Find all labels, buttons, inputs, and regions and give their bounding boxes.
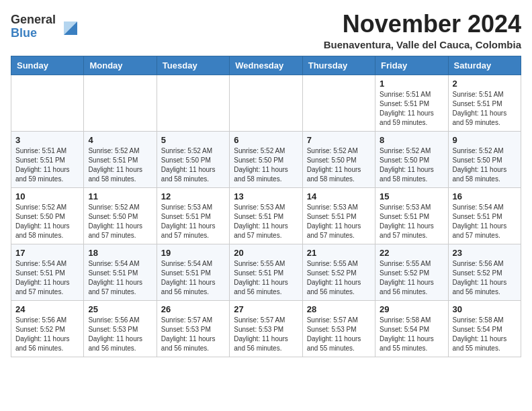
day-info: Sunrise: 5:54 AM Sunset: 5:51 PM Dayligh… xyxy=(15,259,79,297)
logo-blue: Blue xyxy=(11,26,37,40)
day-cell: 29Sunrise: 5:58 AM Sunset: 5:54 PM Dayli… xyxy=(375,300,448,357)
week-row-0: 1Sunrise: 5:51 AM Sunset: 5:51 PM Daylig… xyxy=(11,75,521,131)
day-cell: 18Sunrise: 5:54 AM Sunset: 5:51 PM Dayli… xyxy=(84,244,157,300)
day-number: 28 xyxy=(307,304,371,314)
day-info: Sunrise: 5:54 AM Sunset: 5:51 PM Dayligh… xyxy=(453,203,517,240)
header-cell-friday: Friday xyxy=(375,56,448,75)
day-number: 23 xyxy=(453,248,517,258)
day-cell: 10Sunrise: 5:52 AM Sunset: 5:50 PM Dayli… xyxy=(11,187,84,244)
day-cell: 21Sunrise: 5:55 AM Sunset: 5:52 PM Dayli… xyxy=(302,244,375,300)
calendar-body: 1Sunrise: 5:51 AM Sunset: 5:51 PM Daylig… xyxy=(11,75,521,357)
logo-icon xyxy=(58,16,80,38)
day-info: Sunrise: 5:52 AM Sunset: 5:51 PM Dayligh… xyxy=(88,146,152,184)
day-number: 11 xyxy=(88,191,152,201)
week-row-2: 10Sunrise: 5:52 AM Sunset: 5:50 PM Dayli… xyxy=(11,187,521,244)
day-number: 7 xyxy=(307,135,371,145)
title-area: November 2024 Buenaventura, Valle del Ca… xyxy=(324,11,521,50)
day-number: 14 xyxy=(307,191,371,201)
day-number: 19 xyxy=(161,248,225,258)
day-number: 8 xyxy=(380,135,443,145)
day-number: 29 xyxy=(380,304,443,314)
week-row-4: 24Sunrise: 5:56 AM Sunset: 5:52 PM Dayli… xyxy=(11,300,521,357)
day-number: 12 xyxy=(161,191,225,201)
calendar-table: SundayMondayTuesdayWednesdayThursdayFrid… xyxy=(11,56,521,357)
day-number: 13 xyxy=(234,191,298,201)
day-info: Sunrise: 5:52 AM Sunset: 5:50 PM Dayligh… xyxy=(453,146,517,184)
day-number: 24 xyxy=(15,304,79,314)
location: Buenaventura, Valle del Cauca, Colombia xyxy=(324,39,521,50)
day-cell: 13Sunrise: 5:53 AM Sunset: 5:51 PM Dayli… xyxy=(230,187,302,244)
header-cell-tuesday: Tuesday xyxy=(157,56,229,75)
day-cell: 11Sunrise: 5:52 AM Sunset: 5:50 PM Dayli… xyxy=(84,187,157,244)
day-number: 15 xyxy=(380,191,443,201)
day-number: 2 xyxy=(453,79,517,89)
day-info: Sunrise: 5:55 AM Sunset: 5:52 PM Dayligh… xyxy=(307,259,371,297)
day-cell: 1Sunrise: 5:51 AM Sunset: 5:51 PM Daylig… xyxy=(375,75,448,131)
day-cell: 23Sunrise: 5:56 AM Sunset: 5:52 PM Dayli… xyxy=(448,244,521,300)
day-cell: 9Sunrise: 5:52 AM Sunset: 5:50 PM Daylig… xyxy=(448,131,521,187)
day-info: Sunrise: 5:58 AM Sunset: 5:54 PM Dayligh… xyxy=(453,316,517,353)
day-info: Sunrise: 5:54 AM Sunset: 5:51 PM Dayligh… xyxy=(88,259,152,297)
header-cell-thursday: Thursday xyxy=(302,56,375,75)
day-info: Sunrise: 5:53 AM Sunset: 5:51 PM Dayligh… xyxy=(380,203,443,240)
day-cell: 28Sunrise: 5:57 AM Sunset: 5:53 PM Dayli… xyxy=(302,300,375,357)
day-cell: 8Sunrise: 5:52 AM Sunset: 5:50 PM Daylig… xyxy=(375,131,448,187)
day-cell: 30Sunrise: 5:58 AM Sunset: 5:54 PM Dayli… xyxy=(448,300,521,357)
day-info: Sunrise: 5:54 AM Sunset: 5:51 PM Dayligh… xyxy=(161,259,225,297)
day-info: Sunrise: 5:57 AM Sunset: 5:53 PM Dayligh… xyxy=(161,316,225,353)
week-row-1: 3Sunrise: 5:51 AM Sunset: 5:51 PM Daylig… xyxy=(11,131,521,187)
day-cell: 12Sunrise: 5:53 AM Sunset: 5:51 PM Dayli… xyxy=(157,187,229,244)
day-info: Sunrise: 5:53 AM Sunset: 5:51 PM Dayligh… xyxy=(161,203,225,240)
day-info: Sunrise: 5:51 AM Sunset: 5:51 PM Dayligh… xyxy=(380,90,443,128)
day-info: Sunrise: 5:52 AM Sunset: 5:50 PM Dayligh… xyxy=(234,146,298,184)
day-cell: 14Sunrise: 5:53 AM Sunset: 5:51 PM Dayli… xyxy=(302,187,375,244)
header-cell-sunday: Sunday xyxy=(11,56,84,75)
day-info: Sunrise: 5:52 AM Sunset: 5:50 PM Dayligh… xyxy=(307,146,371,184)
header-cell-saturday: Saturday xyxy=(448,56,521,75)
header: General Blue November 2024 Buenaventura,… xyxy=(11,11,521,50)
day-number: 30 xyxy=(453,304,517,314)
day-number: 17 xyxy=(15,248,79,258)
day-info: Sunrise: 5:53 AM Sunset: 5:51 PM Dayligh… xyxy=(234,203,298,240)
day-number: 16 xyxy=(453,191,517,201)
day-cell xyxy=(84,75,157,131)
day-cell: 17Sunrise: 5:54 AM Sunset: 5:51 PM Dayli… xyxy=(11,244,84,300)
day-cell: 2Sunrise: 5:51 AM Sunset: 5:51 PM Daylig… xyxy=(448,75,521,131)
logo: General Blue xyxy=(11,13,80,40)
day-cell xyxy=(157,75,229,131)
day-cell: 27Sunrise: 5:57 AM Sunset: 5:53 PM Dayli… xyxy=(230,300,302,357)
day-info: Sunrise: 5:52 AM Sunset: 5:50 PM Dayligh… xyxy=(15,203,79,240)
day-info: Sunrise: 5:52 AM Sunset: 5:50 PM Dayligh… xyxy=(88,203,152,240)
day-info: Sunrise: 5:52 AM Sunset: 5:50 PM Dayligh… xyxy=(161,146,225,184)
day-number: 1 xyxy=(380,79,443,89)
day-cell: 24Sunrise: 5:56 AM Sunset: 5:52 PM Dayli… xyxy=(11,300,84,357)
week-row-3: 17Sunrise: 5:54 AM Sunset: 5:51 PM Dayli… xyxy=(11,244,521,300)
day-number: 27 xyxy=(234,304,298,314)
day-info: Sunrise: 5:56 AM Sunset: 5:52 PM Dayligh… xyxy=(453,259,517,297)
day-cell: 5Sunrise: 5:52 AM Sunset: 5:50 PM Daylig… xyxy=(157,131,229,187)
day-cell: 19Sunrise: 5:54 AM Sunset: 5:51 PM Dayli… xyxy=(157,244,229,300)
logo-general: General xyxy=(11,13,56,26)
day-info: Sunrise: 5:57 AM Sunset: 5:53 PM Dayligh… xyxy=(234,316,298,353)
day-info: Sunrise: 5:57 AM Sunset: 5:53 PM Dayligh… xyxy=(307,316,371,353)
day-number: 9 xyxy=(453,135,517,145)
day-cell: 20Sunrise: 5:55 AM Sunset: 5:51 PM Dayli… xyxy=(230,244,302,300)
day-number: 20 xyxy=(234,248,298,258)
day-cell xyxy=(11,75,84,131)
day-number: 26 xyxy=(161,304,225,314)
day-info: Sunrise: 5:56 AM Sunset: 5:52 PM Dayligh… xyxy=(15,316,79,353)
day-cell: 6Sunrise: 5:52 AM Sunset: 5:50 PM Daylig… xyxy=(230,131,302,187)
day-info: Sunrise: 5:55 AM Sunset: 5:51 PM Dayligh… xyxy=(234,259,298,297)
day-info: Sunrise: 5:52 AM Sunset: 5:50 PM Dayligh… xyxy=(380,146,443,184)
day-info: Sunrise: 5:56 AM Sunset: 5:53 PM Dayligh… xyxy=(88,316,152,353)
day-info: Sunrise: 5:53 AM Sunset: 5:51 PM Dayligh… xyxy=(307,203,371,240)
day-info: Sunrise: 5:55 AM Sunset: 5:52 PM Dayligh… xyxy=(380,259,443,297)
day-cell: 22Sunrise: 5:55 AM Sunset: 5:52 PM Dayli… xyxy=(375,244,448,300)
day-number: 5 xyxy=(161,135,225,145)
day-cell: 26Sunrise: 5:57 AM Sunset: 5:53 PM Dayli… xyxy=(157,300,229,357)
day-cell: 16Sunrise: 5:54 AM Sunset: 5:51 PM Dayli… xyxy=(448,187,521,244)
day-cell: 3Sunrise: 5:51 AM Sunset: 5:51 PM Daylig… xyxy=(11,131,84,187)
day-number: 22 xyxy=(380,248,443,258)
month-title: November 2024 xyxy=(324,11,521,38)
day-number: 3 xyxy=(15,135,79,145)
